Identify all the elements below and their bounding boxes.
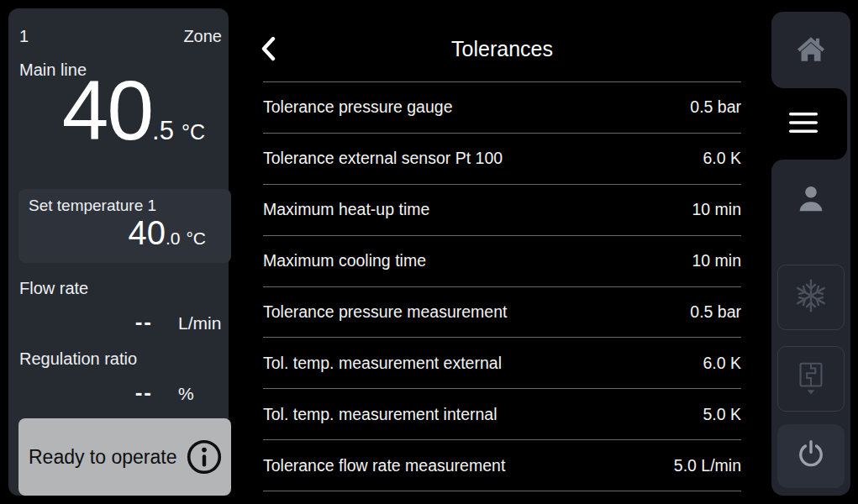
mold-button[interactable] <box>777 346 845 412</box>
regulation-ratio-value: -- <box>135 380 153 406</box>
table-row[interactable]: Maximum heat-up time 10 min <box>263 185 741 236</box>
sidebar-item-home[interactable] <box>771 12 850 88</box>
table-row[interactable]: Tol. temp. measurement external 6.0 K <box>263 338 741 389</box>
row-label: Maximum heat-up time <box>263 200 429 219</box>
row-label: Maximum cooling time <box>263 251 426 270</box>
tolerances-list: Tolerance pressure gauge 0.5 bar Toleran… <box>263 81 741 491</box>
power-icon <box>793 437 829 475</box>
set-temperature-value: 40 .0 °C <box>128 214 206 251</box>
flow-rate-label: Flow rate <box>19 279 88 298</box>
zone-status-panel: 1 Zone Main line 40 .5 °C Set temperatur… <box>8 8 229 496</box>
row-value: 0.5 bar <box>690 302 741 322</box>
table-row[interactable]: Maximum cooling time 10 min <box>263 236 741 287</box>
row-value: 10 min <box>692 251 741 270</box>
set-temp-decimal: .0 <box>166 228 181 249</box>
main-temp-decimal: .5 <box>152 116 174 146</box>
row-value: 6.0 K <box>703 149 741 168</box>
row-label: Tolerance pressure measurement <box>263 302 507 322</box>
regulation-ratio-label: Regulation ratio <box>19 349 137 369</box>
table-row[interactable]: Tol. temp. measurement internal 5.0 K <box>263 389 741 440</box>
snowflake-icon <box>792 276 830 318</box>
status-badge[interactable]: Ready to operate <box>18 418 231 496</box>
main-temperature-readout: 40 .5 °C <box>62 64 205 156</box>
row-value: 5.0 K <box>703 405 741 424</box>
menu-icon <box>788 112 819 137</box>
user-icon <box>792 181 829 218</box>
row-value: 5.0 L/min <box>674 456 741 475</box>
regulation-ratio-readout: -- % <box>18 380 225 406</box>
sidebar-item-menu[interactable] <box>760 88 847 160</box>
zone-label: Zone <box>183 27 222 46</box>
row-label: Tolerance pressure gauge <box>263 97 452 117</box>
flow-rate-readout: -- L/min <box>18 309 225 335</box>
status-text: Ready to operate <box>29 418 176 496</box>
flow-rate-value: -- <box>135 309 153 335</box>
main-temp-integer: 40 <box>62 64 152 156</box>
flow-rate-unit: L/min <box>178 313 225 333</box>
regulation-ratio-unit: % <box>178 384 225 404</box>
power-button[interactable] <box>777 424 845 488</box>
tolerances-page: Tolerances Tolerance pressure gauge 0.5 … <box>229 0 771 504</box>
row-label: Tolerance flow rate measurement <box>263 456 505 475</box>
row-label: Tolerance external sensor Pt 100 <box>263 149 503 168</box>
row-value: 10 min <box>692 200 741 219</box>
set-temp-unit: °C <box>186 228 206 249</box>
table-row[interactable]: Tolerance flow rate measurement 5.0 L/mi… <box>263 440 741 491</box>
set-temp-integer: 40 <box>128 214 166 251</box>
set-temperature-field[interactable]: Set temperature 1 40 .0 °C <box>18 189 231 263</box>
table-row[interactable]: Tolerance external sensor Pt 100 6.0 K <box>263 134 741 185</box>
main-temp-unit: °C <box>182 120 205 144</box>
table-row[interactable]: Tolerance pressure gauge 0.5 bar <box>263 82 741 134</box>
sidebar-active-slot <box>771 88 850 160</box>
set-temperature-label: Set temperature 1 <box>29 197 156 215</box>
table-row[interactable]: Tolerance pressure measurement 0.5 bar <box>263 287 741 339</box>
row-value: 6.0 K <box>703 354 741 373</box>
row-label: Tol. temp. measurement external <box>263 354 502 373</box>
home-icon <box>792 30 829 71</box>
zone-number: 1 <box>19 27 29 46</box>
row-value: 0.5 bar <box>690 97 741 117</box>
sidebar <box>771 12 850 496</box>
sidebar-item-user[interactable] <box>792 181 829 218</box>
page-title: Tolerances <box>263 37 741 61</box>
cooling-button[interactable] <box>777 265 845 330</box>
row-label: Tol. temp. measurement internal <box>263 405 497 424</box>
info-icon[interactable] <box>186 438 223 475</box>
mold-icon <box>792 358 830 400</box>
